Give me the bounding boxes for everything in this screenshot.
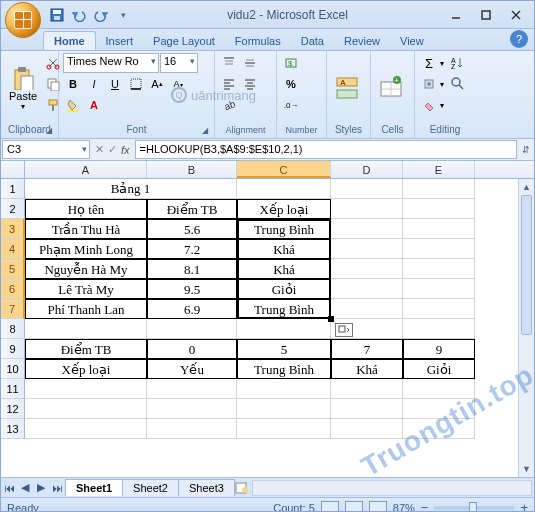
cell[interactable] xyxy=(331,419,403,439)
redo-icon[interactable] xyxy=(91,5,111,25)
tab-home[interactable]: Home xyxy=(43,31,96,50)
cell[interactable]: 9.5 xyxy=(147,279,237,299)
paste-button[interactable]: Paste ▾ xyxy=(5,53,41,123)
zoom-thumb[interactable] xyxy=(469,502,477,513)
cell[interactable] xyxy=(403,279,475,299)
col-header-d[interactable]: D xyxy=(331,161,403,178)
styles-button[interactable]: A xyxy=(331,53,363,123)
help-icon[interactable]: ? xyxy=(510,30,528,48)
save-icon[interactable] xyxy=(47,5,67,25)
cell[interactable]: Bảng 1 xyxy=(25,179,237,199)
tab-formulas[interactable]: Formulas xyxy=(225,32,291,50)
cell[interactable]: Trung Bình xyxy=(237,219,331,239)
cell[interactable] xyxy=(403,259,475,279)
scroll-thumb[interactable] xyxy=(521,195,532,335)
cell[interactable] xyxy=(237,319,331,339)
row-header[interactable]: 4 xyxy=(1,239,25,259)
row-header[interactable]: 2 xyxy=(1,199,25,219)
row-header[interactable]: 5 xyxy=(1,259,25,279)
formula-input[interactable]: =HLOOKUP(B3,$A$9:$E$10,2,1) xyxy=(135,140,517,159)
cell[interactable]: Khá xyxy=(237,259,331,279)
cell[interactable]: Xếp loại xyxy=(237,199,331,219)
autosum-icon[interactable]: Σ xyxy=(419,53,439,73)
cell[interactable]: Nguyễn Hà My xyxy=(25,259,147,279)
tab-view[interactable]: View xyxy=(390,32,434,50)
cell[interactable] xyxy=(25,379,147,399)
border-icon[interactable] xyxy=(126,74,146,94)
cell[interactable] xyxy=(237,419,331,439)
tab-review[interactable]: Review xyxy=(334,32,390,50)
cell[interactable]: 5 xyxy=(237,339,331,359)
cancel-formula-icon[interactable]: ✕ xyxy=(95,143,104,156)
fill-handle[interactable] xyxy=(328,316,334,322)
fill-icon[interactable] xyxy=(419,74,439,94)
sort-filter-icon[interactable]: AZ xyxy=(448,53,468,73)
cell[interactable] xyxy=(331,239,403,259)
prev-sheet-icon[interactable]: ◀ xyxy=(17,480,33,496)
align-left-icon[interactable] xyxy=(219,74,239,94)
increase-font-icon[interactable]: A▴ xyxy=(147,74,167,94)
cell[interactable] xyxy=(331,219,403,239)
sheet-tab-3[interactable]: Sheet3 xyxy=(178,479,235,496)
find-icon[interactable] xyxy=(448,74,468,94)
cell[interactable] xyxy=(237,379,331,399)
col-header-b[interactable]: B xyxy=(147,161,237,178)
cell[interactable]: Điểm TB xyxy=(25,339,147,359)
sheet-tab-1[interactable]: Sheet1 xyxy=(65,479,123,496)
align-center-icon[interactable] xyxy=(240,74,260,94)
undo-icon[interactable] xyxy=(69,5,89,25)
select-all-corner[interactable] xyxy=(1,161,25,178)
accounting-format-icon[interactable]: $ xyxy=(281,53,301,73)
cell[interactable]: 5.6 xyxy=(147,219,237,239)
row-header[interactable]: 9 xyxy=(1,339,25,359)
cell[interactable]: Giỏi xyxy=(403,359,475,379)
cell[interactable] xyxy=(331,259,403,279)
cell[interactable] xyxy=(147,379,237,399)
scroll-up-icon[interactable]: ▲ xyxy=(519,179,534,195)
cell[interactable]: Xếp loại xyxy=(25,359,147,379)
cell[interactable] xyxy=(403,419,475,439)
cell[interactable] xyxy=(25,319,147,339)
cell[interactable] xyxy=(403,239,475,259)
col-header-e[interactable]: E xyxy=(403,161,475,178)
cell[interactable]: 9 xyxy=(403,339,475,359)
next-sheet-icon[interactable]: ▶ xyxy=(33,480,49,496)
cell[interactable] xyxy=(331,179,403,199)
cell[interactable]: Trung Bình xyxy=(237,299,331,319)
zoom-in-icon[interactable]: + xyxy=(520,500,528,512)
maximize-button[interactable] xyxy=(472,6,500,24)
scroll-down-icon[interactable]: ▼ xyxy=(519,461,534,477)
enter-formula-icon[interactable]: ✓ xyxy=(108,143,117,156)
cell[interactable] xyxy=(331,399,403,419)
cell[interactable] xyxy=(25,399,147,419)
align-middle-icon[interactable] xyxy=(240,53,260,73)
cell[interactable]: Trần Thu Hà xyxy=(25,219,147,239)
expand-formula-icon[interactable]: ⇵ xyxy=(518,139,534,160)
sheet-tab-2[interactable]: Sheet2 xyxy=(122,479,179,496)
font-size-combo[interactable]: 16 xyxy=(160,53,198,73)
tab-page-layout[interactable]: Page Layout xyxy=(143,32,225,50)
first-sheet-icon[interactable]: ⏮ xyxy=(1,480,17,496)
row-header[interactable]: 1 xyxy=(1,179,25,199)
cell[interactable]: 7 xyxy=(331,339,403,359)
font-launcher-icon[interactable]: ◢ xyxy=(200,126,210,136)
cell[interactable]: Lê Trà My xyxy=(25,279,147,299)
underline-icon[interactable]: U xyxy=(105,74,125,94)
qat-dropdown-icon[interactable]: ▾ xyxy=(113,5,133,25)
worksheet-grid[interactable]: A B C D E 1 Bảng 1 2 Họ tên Điểm TB Xếp … xyxy=(1,161,534,477)
zoom-slider[interactable] xyxy=(434,506,514,510)
page-break-view-icon[interactable] xyxy=(369,501,387,513)
row-header[interactable]: 6 xyxy=(1,279,25,299)
cell[interactable]: Phí Thanh Lan xyxy=(25,299,147,319)
new-sheet-icon[interactable] xyxy=(234,480,250,496)
cell[interactable] xyxy=(403,179,475,199)
cells-button[interactable]: + xyxy=(375,53,407,123)
autofill-options-icon[interactable] xyxy=(335,323,353,337)
cell[interactable] xyxy=(147,399,237,419)
decrease-font-icon[interactable]: A▾ xyxy=(168,74,188,94)
fill-color-icon[interactable] xyxy=(63,95,83,115)
col-header-c[interactable]: C xyxy=(237,161,331,178)
normal-view-icon[interactable] xyxy=(321,501,339,513)
row-header[interactable]: 11 xyxy=(1,379,25,399)
cell[interactable]: Khá xyxy=(331,359,403,379)
